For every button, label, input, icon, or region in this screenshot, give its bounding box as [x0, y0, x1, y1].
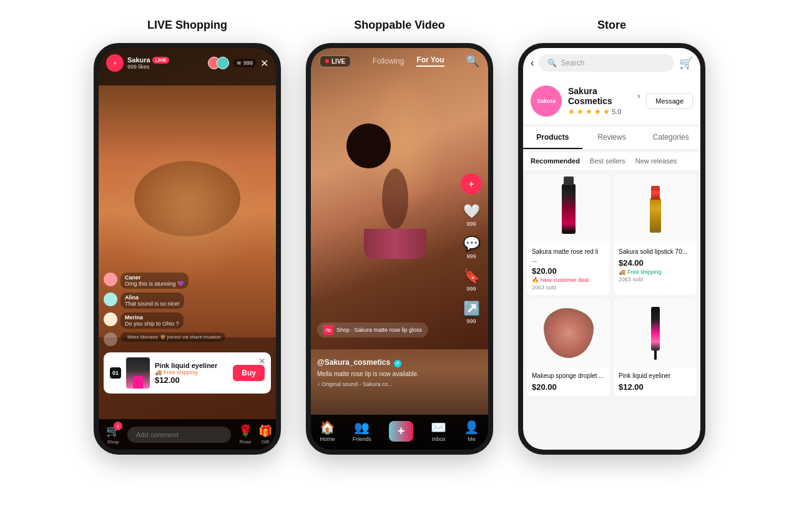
product-card-2[interactable]: Sakura solid lipstick 70... $24.00 🚚 Fre…: [614, 175, 697, 295]
truck-icon: 🚚: [155, 369, 162, 375]
sold-count-1: 2063 sold: [532, 284, 605, 291]
nav-home[interactable]: 🏠 Home: [320, 420, 335, 442]
chat-join-4: Miles Morales 🦁 joined via share invatio…: [127, 334, 221, 340]
friends-label: Friends: [353, 436, 371, 442]
follow-button[interactable]: +: [461, 173, 482, 195]
chat-name-1: Caner: [125, 274, 184, 281]
nav-for-you[interactable]: For You: [416, 56, 444, 67]
live-phone-inner: S Sakura LIVE 999 likes: [99, 48, 276, 450]
cart-badge: 4: [114, 422, 122, 430]
buy-button[interactable]: Buy: [233, 365, 265, 381]
search-bar[interactable]: 🔍 Search: [539, 54, 674, 72]
chat-msg-3: Merina Do you ship to Ohio ?: [104, 312, 271, 329]
product-card-1[interactable]: Sakura matte rose red li ... $20.00 🔥 Ne…: [527, 175, 610, 295]
chat-avatar-2: [104, 293, 117, 306]
comment-action[interactable]: 💬 999: [463, 236, 480, 259]
viewer-avatars: [208, 57, 229, 69]
nav-friends[interactable]: 👥 Friends: [353, 420, 371, 442]
filter-new-releases[interactable]: New releases: [635, 157, 677, 165]
comment-count: 999: [466, 253, 476, 259]
live-shopping-section: LIVE Shopping S: [94, 19, 281, 455]
inbox-label: Inbox: [432, 436, 446, 442]
tab-reviews[interactable]: Reviews: [582, 127, 642, 149]
filter-best-sellers[interactable]: Best sellers: [590, 157, 625, 165]
live-user-info: S Sakura LIVE 999 likes: [106, 54, 169, 72]
back-button[interactable]: ‹: [531, 57, 534, 69]
product-card-4[interactable]: Pink liquid eyeliner $12.00: [614, 299, 697, 396]
chat-name-2: Alina: [125, 294, 180, 301]
nav-inbox[interactable]: ✉️ Inbox: [431, 420, 446, 442]
nav-following[interactable]: Following: [373, 57, 404, 65]
product-title-4: Pink liquid eyeliner: [619, 372, 692, 380]
inbox-icon: ✉️: [431, 420, 446, 435]
verified-badge: ✓: [394, 360, 401, 367]
rose-icon: 🌹: [238, 424, 252, 438]
close-product-card[interactable]: ✕: [258, 356, 266, 366]
star-5: ★: [603, 107, 610, 116]
search-placeholder: Search: [561, 59, 584, 67]
like-action[interactable]: 🤍 999: [463, 203, 480, 227]
shop-tag-icon: 🛍: [323, 325, 333, 335]
chat-name-3: Merina: [125, 314, 179, 321]
product-shipping: 🚚 Free shipping: [155, 369, 228, 375]
store-logo: Sakura: [531, 85, 562, 117]
tab-products[interactable]: Products: [523, 127, 582, 149]
shop-label: Shop: [107, 439, 119, 445]
live-bg: S Sakura LIVE 999 likes: [99, 48, 276, 450]
tab-categories[interactable]: Categories: [641, 127, 700, 149]
store-filters: Recommended Best sellers New releases: [523, 152, 700, 170]
search-icon-store: 🔍: [547, 59, 557, 67]
product-img-live: [126, 357, 150, 389]
main-container: LIVE Shopping S: [12, 19, 787, 455]
chat-avatar-4: [104, 332, 117, 346]
bottom-action-rose[interactable]: 🌹 Rose: [238, 424, 252, 445]
chat-avatar-1: [104, 273, 117, 286]
live-chat: Caner Omg this is stunning 💜 Alina That …: [104, 273, 271, 350]
video-bottomnav: 🏠 Home 👥 Friends + ✉️ Inbox: [311, 415, 488, 450]
share-action[interactable]: ↗️ 999: [463, 301, 480, 324]
nav-create[interactable]: +: [389, 421, 414, 442]
chat-msg-4: Miles Morales 🦁 joined via share invatio…: [104, 332, 271, 346]
live-topbar: S Sakura LIVE 999 likes: [99, 48, 276, 75]
product-img-1: [527, 175, 610, 243]
eyeliner-icon: [651, 307, 660, 360]
nav-me[interactable]: 👤 Me: [464, 420, 479, 442]
bottom-actions: 🌹 Rose 🎁 Gift ↗ Share: [238, 424, 276, 445]
search-icon[interactable]: 🔍: [466, 54, 479, 68]
live-dot: [325, 59, 329, 63]
live-pill: LIVE: [320, 56, 351, 67]
product-price-3: $20.00: [532, 382, 605, 392]
shop-icon-wrap[interactable]: 4 🛒 Shop: [106, 424, 120, 445]
filter-recommended[interactable]: Recommended: [531, 157, 580, 165]
sakura-follow[interactable]: +: [461, 173, 482, 195]
comment-input[interactable]: [127, 427, 231, 443]
flame-icon: 🔥: [532, 277, 539, 283]
me-icon: 👤: [464, 420, 479, 435]
store-phone-inner: ‹ 🔍 Search 🛒 Sakura: [523, 48, 700, 450]
close-button[interactable]: ✕: [260, 57, 268, 69]
star-4: ★: [594, 107, 601, 116]
store-name: Sakura Cosmetics ›: [568, 86, 640, 106]
video-topbar: LIVE Following For You 🔍: [311, 48, 488, 74]
cart-icon-store[interactable]: 🛒: [679, 56, 693, 70]
bookmark-action[interactable]: 🔖 999: [463, 268, 480, 292]
lipstick-bullet: [651, 186, 660, 200]
live-product-card: 01 Pink liquid eyeliner 🚚 Free shipping …: [104, 352, 271, 394]
message-button[interactable]: Message: [646, 93, 693, 109]
bookmark-count: 999: [466, 286, 476, 292]
live-avatar: S: [106, 54, 124, 72]
chat-text-2: That sound is so nice!: [125, 301, 180, 307]
product-price-2: $24.00: [619, 258, 692, 268]
home-icon: 🏠: [320, 420, 335, 435]
lipgloss-icon: [562, 184, 576, 234]
live-shopping-phone: S Sakura LIVE 999 likes: [94, 43, 281, 455]
plus-button[interactable]: +: [389, 421, 414, 442]
bottom-action-gift[interactable]: 🎁 Gift: [258, 424, 272, 445]
shoppable-video-phone: LIVE Following For You 🔍 +: [306, 43, 493, 455]
store-phone: ‹ 🔍 Search 🛒 Sakura: [518, 43, 705, 455]
chat-msg-2: Alina That sound is so nice!: [104, 293, 271, 309]
product-title-3: Makeup sponge droplet ...: [532, 372, 605, 380]
product-card-3[interactable]: Makeup sponge droplet ... $20.00: [527, 299, 610, 396]
shop-tag[interactable]: 🛍 Shop · Sakura matte rose lip gloss: [317, 322, 428, 337]
live-bottombar: 4 🛒 Shop 🌹 Rose 🎁 Gif: [99, 419, 276, 450]
